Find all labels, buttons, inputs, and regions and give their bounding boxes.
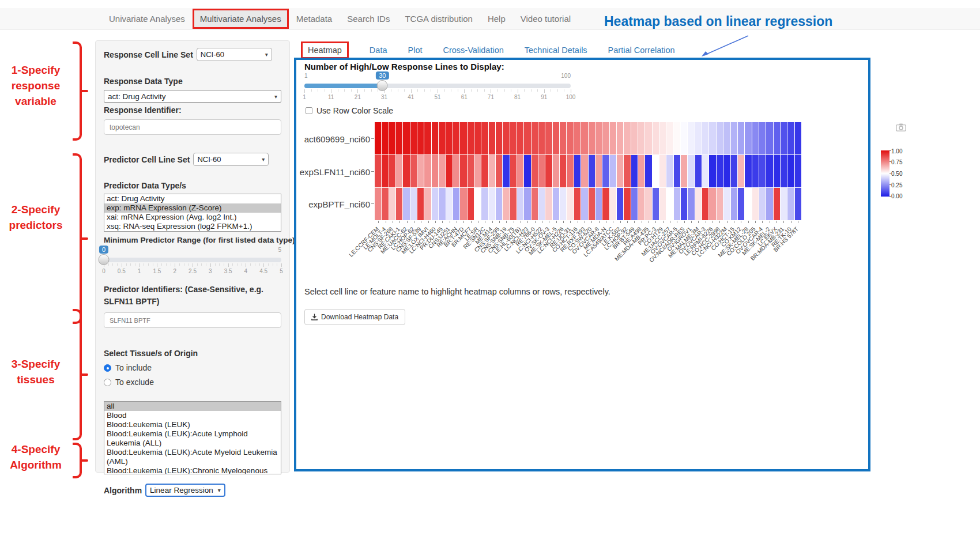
heatmap-cell[interactable] [453,155,459,187]
heatmap-cell[interactable] [752,155,759,187]
heatmap-cell[interactable] [759,122,766,154]
heatmap-cell[interactable] [674,122,680,154]
heatmap-cell[interactable] [602,188,609,220]
heatmap-cell[interactable] [453,122,459,154]
heatmap-cell[interactable] [439,122,445,154]
list-item[interactable]: xsq: RNA-seq Expression (log2 FPKM+1.) [104,222,281,231]
heatmap-cell[interactable] [702,188,708,220]
heatmap-cell[interactable] [567,122,573,154]
heatmap-cell[interactable] [532,188,538,220]
heatmap-cell[interactable] [545,155,552,187]
nav-video-tutorial[interactable]: Video tutorial [513,9,578,29]
heatmap-cell[interactable] [674,155,680,187]
heatmap-cell[interactable] [624,122,630,154]
predictor-cell-line-set-select[interactable]: NCI-60▾ [193,153,269,166]
heatmap-cell[interactable] [389,122,395,154]
heatmap-cell[interactable] [538,155,545,187]
heatmap-cell[interactable] [766,188,772,220]
slider-handle[interactable] [377,80,388,91]
heatmap-row-label[interactable]: act609699_nci60 [304,134,370,144]
response-cell-line-set-select[interactable]: NCI-60▾ [197,48,272,61]
heatmap-cell[interactable] [631,188,638,220]
heatmap-cell[interactable] [574,188,581,220]
heatmap-cell[interactable] [474,122,481,154]
heatmap-cell[interactable] [602,122,609,154]
heatmap-cell[interactable] [624,188,630,220]
heatmap-cell[interactable] [795,188,801,220]
heatmap-cell[interactable] [553,122,559,154]
nav-univariate-analyses[interactable]: Univariate Analyses [101,9,193,29]
heatmap-cell[interactable] [553,188,559,220]
tab-heatmap[interactable]: Heatmap [301,41,349,59]
heatmap-cell[interactable] [610,188,616,220]
heatmap-cell[interactable] [510,188,517,220]
heatmap-cell[interactable] [375,155,381,187]
heatmap-cell[interactable] [439,155,445,187]
heatmap-cell[interactable] [738,122,744,154]
heatmap-cell[interactable] [417,122,424,154]
heatmap-cell[interactable] [774,155,780,187]
heatmap-cell[interactable] [659,188,666,220]
heatmap-cell[interactable] [666,122,673,154]
heatmap-cell[interactable] [695,155,702,187]
heatmap-cell[interactable] [503,188,509,220]
heatmap-cell[interactable] [745,188,751,220]
heatmap-cell[interactable] [717,188,723,220]
heatmap-cell[interactable] [787,188,794,220]
heatmap-cell[interactable] [645,122,651,154]
heatmap-cell[interactable] [424,155,431,187]
heatmap-cell[interactable] [481,122,488,154]
heatmap-cell[interactable] [709,122,715,154]
algorithm-select[interactable]: Linear Regression▾ [145,484,225,497]
heatmap-cell[interactable] [396,155,402,187]
heatmap-cell[interactable] [410,188,417,220]
heatmap-cell[interactable] [781,188,787,220]
heatmap-cell[interactable] [752,122,759,154]
heatmap-cell[interactable] [468,188,474,220]
heatmap-cell[interactable] [695,188,702,220]
heatmap-cell[interactable] [517,122,523,154]
heatmap-cell[interactable] [688,155,694,187]
heatmap-cell[interactable] [503,122,509,154]
heatmap-cell[interactable] [496,188,502,220]
heatmap-cell[interactable] [468,155,474,187]
heatmap-cell[interactable] [510,155,517,187]
heatmap-row-label[interactable]: expBPTF_nci60 [308,199,370,209]
heatmap-cell[interactable] [446,155,453,187]
list-item[interactable]: xai: mRNA Expression (Avg. log2 Int.) [104,213,281,222]
heatmap-cell[interactable] [517,188,523,220]
heatmap-cell[interactable] [489,155,495,187]
heatmap-cell[interactable] [538,122,545,154]
nav-help[interactable]: Help [480,9,513,29]
nav-tcga-distribution[interactable]: TCGA distribution [397,9,480,29]
heatmap-cell[interactable] [389,188,395,220]
heatmap-cell[interactable] [396,188,402,220]
heatmap-cell[interactable] [787,155,794,187]
heatmap-cell[interactable] [503,155,509,187]
heatmap-cell[interactable] [731,155,737,187]
heatmap-cell[interactable] [766,155,772,187]
heatmap-cell[interactable] [666,188,673,220]
heatmap-cell[interactable] [403,155,409,187]
heatmap-cell[interactable] [581,122,587,154]
heatmap-cell[interactable] [417,188,424,220]
heatmap-cell[interactable] [738,155,744,187]
heatmap-cell[interactable] [510,122,517,154]
heatmap-cell[interactable] [617,188,623,220]
heatmap-cell[interactable] [752,188,759,220]
heatmap-cell[interactable] [674,188,680,220]
heatmap-cell[interactable] [581,188,587,220]
heatmap-cell[interactable] [723,122,730,154]
heatmap-cell[interactable] [496,155,502,187]
list-item[interactable]: Blood [104,411,281,420]
heatmap-cell[interactable] [589,188,595,220]
row-color-scale-checkbox[interactable]: Use Row Color Scale [306,106,393,115]
heatmap-cell[interactable] [681,122,687,154]
heatmap-cell[interactable] [382,122,388,154]
list-item[interactable]: all [104,402,281,411]
heatmap-cell[interactable] [717,155,723,187]
response-identifier-input[interactable]: topotecan [104,119,281,135]
heatmap-cell[interactable] [481,155,488,187]
list-item[interactable]: Blood:Leukemia (LEUK):Chronic Myelogenou… [104,466,281,474]
heatmap-cell[interactable] [560,155,566,187]
